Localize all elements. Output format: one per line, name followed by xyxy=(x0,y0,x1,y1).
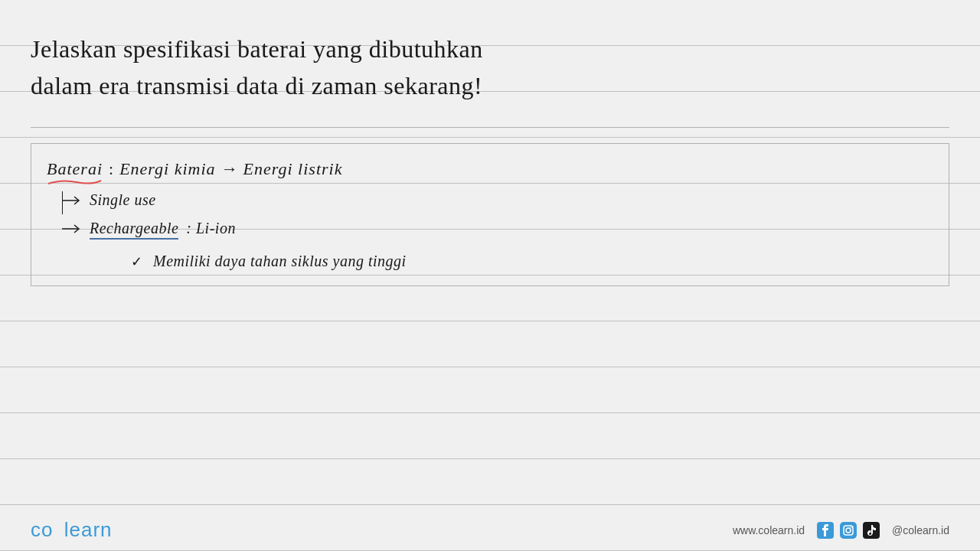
svg-point-5 xyxy=(851,527,852,528)
baterai-row: Baterai : Energi kimia → Energi listrik xyxy=(47,159,933,179)
svg-point-4 xyxy=(846,528,851,533)
sub-items-container: Single use Rechargeable : xyxy=(62,191,933,237)
check-item-label: Memiliki daya tahan siklus yang tinggi xyxy=(153,253,407,270)
single-use-row: Single use xyxy=(62,191,933,209)
tiktok-icon xyxy=(863,522,880,539)
instagram-icon xyxy=(840,522,857,539)
vertical-line xyxy=(62,191,64,214)
svg-rect-3 xyxy=(844,526,853,535)
single-use-label: Single use xyxy=(90,191,156,209)
footer-url: www.colearn.id xyxy=(733,524,805,536)
footer: co learn www.colearn.id xyxy=(0,509,980,551)
baterai-definition: Energi kimia → Energi listrik xyxy=(119,159,342,179)
question-line2: dalam era transmisi data di zaman sekara… xyxy=(31,67,949,104)
main-content: Jelaskan spesifikasi baterai yang dibutu… xyxy=(0,0,980,551)
question-line1: Jelaskan spesifikasi baterai yang dibutu… xyxy=(31,31,949,67)
footer-icons xyxy=(817,522,880,539)
footer-logo: co learn xyxy=(31,518,113,542)
baterai-colon: : xyxy=(109,159,113,179)
footer-handle: @colearn.id xyxy=(892,524,949,536)
footer-right: www.colearn.id xyxy=(733,522,949,539)
rechargeable-wrapper: Rechargeable xyxy=(90,220,178,237)
footer-logo-learn: learn xyxy=(64,518,113,541)
content-box: Baterai : Energi kimia → Energi listrik xyxy=(31,143,949,286)
arrow-icon-single xyxy=(62,193,85,208)
rechargeable-row: Rechargeable : Li-ion xyxy=(62,220,933,237)
check-item-row: ✓ Memiliki daya tahan siklus yang tinggi xyxy=(131,253,933,270)
rechargeable-label: Rechargeable xyxy=(90,220,178,236)
footer-logo-co: co xyxy=(31,518,53,541)
check-mark: ✓ xyxy=(131,253,142,270)
baterai-label-wrapper: Baterai xyxy=(47,159,103,179)
page-container: Jelaskan spesifikasi baterai yang dibutu… xyxy=(0,0,980,551)
rechargeable-underline xyxy=(90,236,178,240)
question-title: Jelaskan spesifikasi baterai yang dibutu… xyxy=(31,31,949,104)
rechargeable-detail: : Li-ion xyxy=(186,220,236,237)
title-divider xyxy=(31,127,949,128)
arrow-icon-rechargeable xyxy=(62,221,85,236)
baterai-label: Baterai xyxy=(47,159,103,179)
facebook-icon xyxy=(817,522,834,539)
